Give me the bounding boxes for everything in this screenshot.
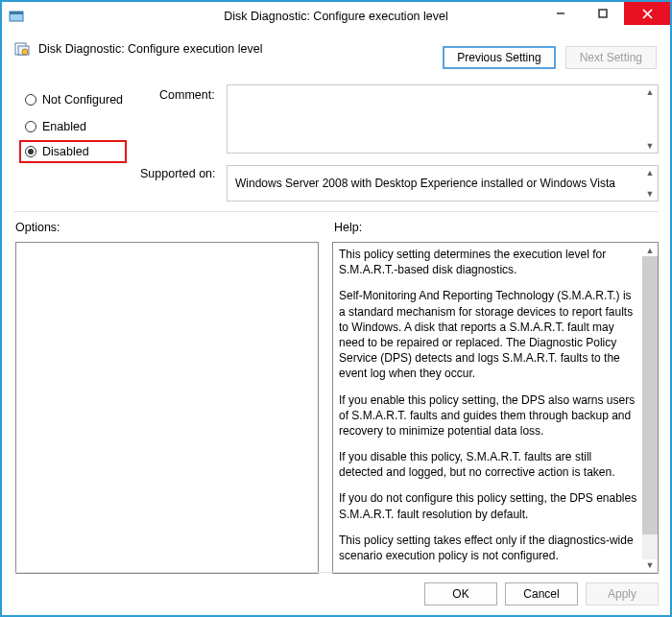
supported-on-label: Supported on:	[140, 167, 216, 180]
scrollbar[interactable]: ▲ ▼	[642, 85, 658, 153]
divider	[13, 211, 659, 212]
apply-button: Apply	[586, 582, 659, 605]
scroll-up-icon: ▲	[646, 168, 655, 178]
help-text: If you do not configure this policy sett…	[339, 490, 638, 521]
policy-icon	[13, 40, 31, 58]
radio-icon	[25, 121, 36, 132]
scroll-down-icon: ▼	[646, 559, 655, 571]
header-title: Disk Diagnostic: Configure execution lev…	[38, 42, 262, 56]
scroll-up-icon: ▲	[646, 245, 655, 256]
footer: OK Cancel Apply	[13, 572, 659, 605]
radio-label: Not Configured	[42, 93, 123, 107]
radio-disabled[interactable]: Disabled	[19, 140, 127, 163]
dialog-window: Disk Diagnostic: Configure execution lev…	[0, 0, 672, 617]
svg-rect-3	[599, 10, 607, 17]
supported-on-box: Windows Server 2008 with Desktop Experie…	[227, 165, 659, 202]
state-radio-group: Not Configured Enabled Disabled	[21, 88, 127, 167]
next-setting-button: Next Setting	[565, 46, 657, 69]
close-button[interactable]	[624, 2, 670, 25]
radio-not-configured[interactable]: Not Configured	[21, 88, 127, 111]
previous-setting-button[interactable]: Previous Setting	[443, 46, 555, 69]
scrollbar[interactable]: ▲ ▼	[642, 166, 658, 201]
help-text: If you enable this policy setting, the D…	[339, 392, 638, 439]
help-text: Self-Monitoring And Reporting Technology…	[339, 288, 638, 381]
titlebar: Disk Diagnostic: Configure execution lev…	[2, 2, 670, 31]
help-text: If you disable this policy, S.M.A.R.T. f…	[339, 449, 638, 480]
radio-enabled[interactable]: Enabled	[21, 115, 127, 138]
help-text: This policy setting determines the execu…	[339, 247, 638, 277]
radio-label: Enabled	[42, 120, 86, 133]
scrollbar[interactable]: ▲ ▼	[642, 243, 658, 573]
options-panel	[15, 242, 319, 574]
ok-button[interactable]: OK	[424, 582, 497, 605]
minimize-button[interactable]	[540, 2, 582, 25]
scroll-down-icon: ▼	[646, 141, 655, 151]
comment-input[interactable]: ▲ ▼	[227, 84, 659, 154]
svg-point-8	[22, 49, 28, 55]
help-text: This policy setting takes effect only if…	[339, 533, 638, 563]
supported-on-text: Windows Server 2008 with Desktop Experie…	[235, 177, 615, 190]
scroll-down-icon: ▼	[646, 189, 655, 199]
options-label: Options:	[15, 221, 60, 234]
comment-label: Comment:	[159, 88, 215, 102]
radio-label: Disabled	[42, 145, 89, 158]
scroll-up-icon: ▲	[646, 87, 655, 97]
help-panel: This policy setting determines the execu…	[332, 242, 659, 574]
cancel-button[interactable]: Cancel	[505, 582, 578, 605]
radio-icon	[25, 146, 36, 157]
maximize-button[interactable]	[582, 2, 624, 25]
radio-icon	[25, 94, 36, 106]
help-label: Help:	[334, 221, 362, 234]
